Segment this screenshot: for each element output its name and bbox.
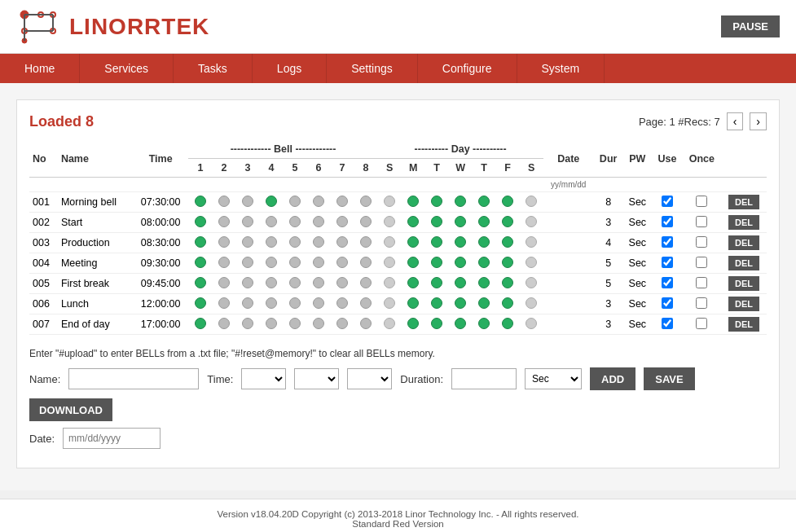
day-circle-4[interactable] [473, 253, 496, 274]
bell-circle-7[interactable] [331, 274, 354, 294]
bell-circle-5[interactable] [284, 213, 307, 233]
nav-configure[interactable]: Configure [418, 54, 517, 83]
day-circle-2[interactable] [425, 192, 449, 213]
day-circle-6[interactable] [520, 274, 543, 294]
day-circle-3[interactable] [449, 213, 473, 233]
row-use-checkbox[interactable] [652, 253, 682, 274]
day-circle-3[interactable] [449, 253, 473, 274]
bell-circle-6[interactable] [307, 314, 331, 335]
bell-circle-5[interactable] [284, 253, 307, 274]
time-sec-select[interactable] [347, 368, 392, 389]
day-circle-1[interactable] [402, 274, 425, 294]
bell-circle-4[interactable] [260, 314, 284, 335]
day-circle-4[interactable] [473, 314, 496, 335]
del-button[interactable]: DEL [728, 215, 759, 230]
day-circle-5[interactable] [496, 274, 520, 294]
bell-circle-7[interactable] [331, 192, 354, 213]
once-checkbox[interactable] [696, 257, 707, 268]
bell-circle-2[interactable] [212, 294, 235, 314]
bell-circle-7[interactable] [331, 314, 354, 335]
use-checkbox[interactable] [662, 297, 673, 309]
row-once-checkbox[interactable] [683, 192, 721, 213]
bell-circle-8[interactable] [354, 314, 378, 335]
bell-circle-4[interactable] [260, 274, 284, 294]
day-circle-0[interactable] [378, 233, 402, 253]
day-circle-4[interactable] [473, 274, 496, 294]
bell-circle-5[interactable] [284, 294, 307, 314]
bell-circle-4[interactable] [260, 233, 284, 253]
bell-circle-2[interactable] [212, 253, 235, 274]
bell-circle-5[interactable] [284, 192, 307, 213]
day-circle-0[interactable] [378, 213, 402, 233]
duration-unit-select[interactable]: Sec [525, 368, 582, 389]
bell-circle-1[interactable] [188, 314, 212, 335]
row-del[interactable]: DEL [721, 314, 767, 335]
nav-tasks[interactable]: Tasks [174, 54, 253, 83]
day-circle-2[interactable] [425, 314, 449, 335]
use-checkbox[interactable] [662, 257, 673, 268]
once-checkbox[interactable] [696, 196, 707, 207]
day-circle-3[interactable] [449, 192, 473, 213]
bell-circle-2[interactable] [212, 192, 235, 213]
bell-circle-2[interactable] [212, 233, 235, 253]
bell-circle-6[interactable] [307, 274, 331, 294]
nav-services[interactable]: Services [80, 54, 174, 83]
del-button[interactable]: DEL [728, 256, 759, 270]
day-circle-2[interactable] [425, 233, 449, 253]
day-circle-6[interactable] [520, 233, 543, 253]
bell-circle-6[interactable] [307, 294, 331, 314]
pause-button[interactable]: PAUSE [721, 15, 780, 37]
day-circle-0[interactable] [378, 294, 402, 314]
day-circle-5[interactable] [496, 192, 520, 213]
time-min-select[interactable] [294, 368, 339, 389]
once-checkbox[interactable] [696, 277, 707, 288]
nav-settings[interactable]: Settings [327, 54, 418, 83]
bell-circle-1[interactable] [188, 253, 212, 274]
day-circle-5[interactable] [496, 233, 520, 253]
bell-circle-7[interactable] [331, 253, 354, 274]
day-circle-1[interactable] [402, 314, 425, 335]
once-checkbox[interactable] [696, 236, 707, 248]
bell-circle-1[interactable] [188, 274, 212, 294]
day-circle-3[interactable] [449, 314, 473, 335]
day-circle-4[interactable] [473, 233, 496, 253]
day-circle-0[interactable] [378, 253, 402, 274]
bell-circle-3[interactable] [235, 294, 259, 314]
bell-circle-7[interactable] [331, 213, 354, 233]
row-once-checkbox[interactable] [683, 253, 721, 274]
bell-circle-7[interactable] [331, 233, 354, 253]
bell-circle-8[interactable] [354, 253, 378, 274]
bell-circle-8[interactable] [354, 192, 378, 213]
row-use-checkbox[interactable] [652, 192, 682, 213]
bell-circle-5[interactable] [284, 314, 307, 335]
row-use-checkbox[interactable] [652, 233, 682, 253]
day-circle-4[interactable] [473, 213, 496, 233]
day-circle-0[interactable] [378, 274, 402, 294]
bell-circle-7[interactable] [331, 294, 354, 314]
row-del[interactable]: DEL [721, 213, 767, 233]
day-circle-1[interactable] [402, 192, 425, 213]
nav-home[interactable]: Home [0, 54, 80, 83]
bell-circle-3[interactable] [235, 213, 259, 233]
day-circle-5[interactable] [496, 294, 520, 314]
del-button[interactable]: DEL [728, 297, 759, 311]
bell-circle-4[interactable] [260, 253, 284, 274]
day-circle-6[interactable] [520, 253, 543, 274]
download-button[interactable]: DOWNLOAD [29, 398, 112, 421]
row-del[interactable]: DEL [721, 253, 767, 274]
bell-circle-2[interactable] [212, 213, 235, 233]
day-circle-1[interactable] [402, 253, 425, 274]
bell-circle-3[interactable] [235, 233, 259, 253]
day-circle-3[interactable] [449, 294, 473, 314]
row-del[interactable]: DEL [721, 294, 767, 314]
del-button[interactable]: DEL [728, 195, 759, 209]
day-circle-4[interactable] [473, 294, 496, 314]
nav-logs[interactable]: Logs [253, 54, 327, 83]
day-circle-2[interactable] [425, 294, 449, 314]
bell-circle-3[interactable] [235, 253, 259, 274]
day-circle-1[interactable] [402, 233, 425, 253]
day-circle-2[interactable] [425, 213, 449, 233]
use-checkbox[interactable] [662, 236, 673, 248]
save-button[interactable]: SAVE [644, 367, 694, 390]
day-circle-5[interactable] [496, 213, 520, 233]
